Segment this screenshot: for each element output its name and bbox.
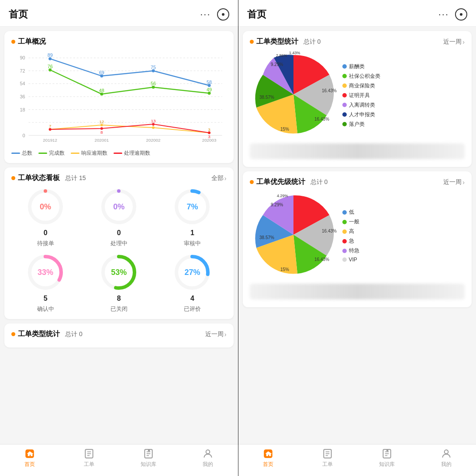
svg-text:16.43%: 16.43% bbox=[314, 117, 329, 122]
svg-text:9.29%: 9.29% bbox=[271, 202, 283, 207]
svg-text:38.57%: 38.57% bbox=[259, 235, 274, 240]
legend-social: 社保公积金类 bbox=[342, 73, 380, 80]
status-item-closed: 53% 8 已关闭 bbox=[85, 253, 153, 313]
donut-processing: 0% bbox=[99, 187, 138, 226]
workorder-icon-right bbox=[322, 448, 333, 459]
svg-text:1.43%: 1.43% bbox=[289, 51, 300, 55]
legend-transfer: 入离调转类 bbox=[342, 101, 380, 109]
status-item-processing: 0% 0 处理中 bbox=[85, 187, 153, 247]
svg-text:58: 58 bbox=[207, 80, 212, 85]
donut-processing-percent: 0% bbox=[113, 202, 124, 212]
legend-low: 低 bbox=[342, 208, 359, 216]
svg-text:69: 69 bbox=[99, 70, 104, 75]
status-action[interactable]: 全部 › bbox=[211, 174, 227, 182]
right-header: 首页 ··· bbox=[238, 0, 476, 27]
legend-total: 总数 bbox=[11, 149, 32, 157]
nav-workorder-left[interactable]: 工单 bbox=[59, 448, 119, 468]
right-type-card: 工单类型统计 总计 0 近一周 › bbox=[243, 31, 472, 167]
right-panel: 首页 ··· 工单类型统计 总计 0 近一周 › bbox=[238, 0, 476, 476]
right-priority-header: 工单优先级统计 总计 0 近一周 › bbox=[250, 177, 465, 187]
nav-workorder-label-right: 工单 bbox=[322, 461, 333, 468]
nav-knowledge-right[interactable]: 知识库 bbox=[357, 448, 417, 468]
confirming-label: 确认中 bbox=[37, 305, 54, 313]
donut-reviewing: 7% bbox=[172, 187, 212, 226]
overview-header: 工单概况 bbox=[11, 37, 227, 46]
nav-knowledge-label-left: 知识库 bbox=[141, 461, 156, 468]
svg-point-70 bbox=[206, 450, 210, 454]
nav-mine-label-right: 我的 bbox=[441, 461, 452, 468]
right-type-total: 总计 0 bbox=[304, 38, 321, 46]
reviewing-count: 1 bbox=[190, 229, 194, 237]
right-scan-icon[interactable] bbox=[455, 8, 467, 21]
nav-home-right[interactable]: 首页 bbox=[238, 448, 298, 468]
svg-text:13: 13 bbox=[151, 118, 156, 123]
donut-waiting-percent: 0% bbox=[40, 202, 51, 212]
svg-text:202002: 202002 bbox=[146, 138, 161, 142]
right-dots-icon[interactable]: ··· bbox=[438, 9, 449, 20]
evaluated-count: 4 bbox=[190, 295, 194, 302]
right-bottom-nav: 首页 工单 知识库 我 bbox=[238, 444, 476, 476]
work-type-bottom-card: 工单类型统计 总计 0 近一周 › bbox=[4, 323, 234, 347]
status-title-row: 工单状态看板 总计 15 bbox=[11, 174, 86, 183]
svg-text:76: 76 bbox=[48, 64, 53, 69]
svg-text:48: 48 bbox=[99, 88, 104, 93]
type-bottom-title: 工单类型统计 bbox=[18, 330, 60, 339]
type-bottom-chevron: › bbox=[224, 331, 227, 338]
legend-high: 高 bbox=[342, 228, 359, 235]
chart-legend: 总数 完成数 响应逾期数 处理逾期数 bbox=[11, 149, 227, 157]
right-type-action[interactable]: 近一周 › bbox=[443, 38, 465, 46]
type-pie-svg: 16.43% 16.43% 15% 38.57% 9.29% 2.86% 1.4… bbox=[250, 51, 337, 138]
confirming-count: 5 bbox=[44, 295, 48, 302]
type-bottom-total: 总计 0 bbox=[65, 330, 83, 338]
svg-text:4.29%: 4.29% bbox=[277, 194, 288, 198]
legend-response: 响应逾期数 bbox=[71, 149, 107, 157]
type-blurred-bar bbox=[250, 143, 465, 159]
legend-complete-label: 完成数 bbox=[49, 149, 65, 157]
status-item-reviewing: 7% 1 审核中 bbox=[158, 187, 226, 247]
scan-icon[interactable] bbox=[217, 8, 229, 21]
reviewing-label: 审核中 bbox=[184, 240, 201, 247]
donut-closed: 53% bbox=[99, 253, 138, 292]
status-board-card: 工单状态看板 总计 15 全部 › 0% bbox=[4, 167, 234, 319]
donut-closed-percent: 53% bbox=[111, 268, 127, 277]
legend-complete: 完成数 bbox=[38, 149, 65, 157]
svg-text:9.29%: 9.29% bbox=[271, 62, 283, 67]
priority-pie-svg: 16.43% 16.43% 15% 38.57% 9.29% 4.29% bbox=[250, 191, 337, 278]
line-chart-svg: 90 72 54 36 18 0 201912 202001 202002 20… bbox=[11, 51, 227, 147]
nav-mine-right[interactable]: 我的 bbox=[417, 448, 476, 468]
nav-mine-left[interactable]: 我的 bbox=[178, 448, 238, 468]
svg-text:15%: 15% bbox=[280, 127, 289, 132]
home-icon-right bbox=[262, 448, 274, 459]
nav-home-left[interactable]: 首页 bbox=[0, 448, 59, 468]
svg-text:90: 90 bbox=[20, 55, 25, 60]
nav-home-label-left: 首页 bbox=[24, 461, 35, 468]
legend-talent: 人才申报类 bbox=[342, 111, 380, 118]
work-type-bottom-title-row: 工单类型统计 总计 0 bbox=[11, 330, 83, 339]
nav-workorder-right[interactable]: 工单 bbox=[298, 448, 357, 468]
donut-evaluated: 27% bbox=[172, 253, 212, 292]
left-scroll: 工单概况 90 72 54 36 bbox=[0, 27, 238, 444]
home-icon-left bbox=[24, 448, 35, 459]
right-priority-title: 工单优先级统计 bbox=[256, 177, 305, 187]
type-bottom-action[interactable]: 近一周 › bbox=[205, 330, 227, 338]
left-panel: 首页 ··· 工单概况 bbox=[0, 0, 238, 476]
svg-text:8: 8 bbox=[100, 130, 103, 135]
legend-vip: VIP bbox=[342, 257, 359, 263]
status-item-confirming: 33% 5 确认中 bbox=[11, 253, 79, 313]
dots-icon[interactable]: ··· bbox=[200, 9, 210, 20]
svg-text:16.43%: 16.43% bbox=[322, 229, 337, 233]
type-pie-legend: 薪酬类 社保公积金类 商业保险类 证明开具 bbox=[342, 63, 380, 128]
legend-salary: 薪酬类 bbox=[342, 63, 380, 70]
nav-knowledge-left[interactable]: 知识库 bbox=[119, 448, 178, 468]
right-type-title-row: 工单类型统计 总计 0 bbox=[250, 37, 321, 46]
left-bottom-nav: 首页 工单 知识库 我 bbox=[0, 444, 238, 476]
svg-text:89: 89 bbox=[48, 52, 53, 58]
legend-process: 处理逾期数 bbox=[114, 149, 150, 157]
right-priority-chevron: › bbox=[462, 179, 465, 186]
waiting-count: 0 bbox=[44, 229, 48, 237]
svg-text:7: 7 bbox=[49, 124, 51, 129]
donut-reviewing-percent: 7% bbox=[186, 202, 198, 212]
waiting-label: 待接单 bbox=[37, 240, 54, 247]
legend-super-urgent: 特急 bbox=[342, 247, 359, 254]
right-priority-action[interactable]: 近一周 › bbox=[443, 178, 465, 186]
